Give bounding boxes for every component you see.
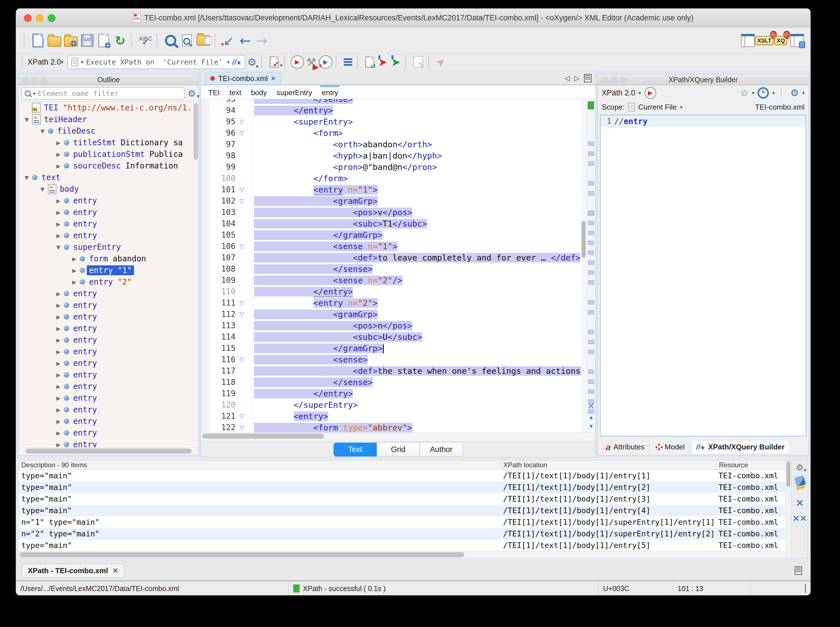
save-button[interactable] — [79, 32, 95, 49]
result-row[interactable]: type="main"/TEI[1]/text[1]/body[1]/entry… — [19, 470, 785, 481]
outline-item-entry[interactable]: ▶entry — [19, 358, 199, 369]
code-line-100[interactable]: 100 </form> — [210, 173, 581, 184]
view-button-grid[interactable]: Grid — [377, 443, 420, 457]
outline-item-entry[interactable]: ▶entry — [19, 416, 199, 427]
code-line-96[interactable]: 96▽ <form> — [210, 128, 581, 139]
outline-item-form[interactable]: ▶formabandon — [19, 253, 199, 265]
xpath-settings-button[interactable]: ⚙▾ — [245, 53, 259, 71]
code-line-115[interactable]: 115 </gramGrp> — [210, 343, 581, 354]
close-tab-icon[interactable]: × — [271, 74, 275, 82]
refactoring-button[interactable]: ⇄ — [363, 53, 376, 71]
find-in-files-button[interactable] — [179, 32, 195, 49]
outline-item-entry[interactable]: ▶entry"2" — [19, 276, 199, 288]
result-row[interactable]: type="main"/TEI[1]/text[1]/body[1]/entry… — [19, 493, 785, 505]
expander-icon[interactable]: ▶ — [53, 372, 64, 378]
results-settings-button[interactable]: ⚙▾ — [794, 461, 806, 473]
outline-item-teiHeader[interactable]: ▼teiHeader — [19, 113, 199, 125]
expander-icon[interactable]: ▼ — [21, 117, 32, 123]
review-edit-button[interactable]: ✎ — [411, 53, 425, 71]
validate-button[interactable]: ✓▾ — [267, 53, 281, 71]
track-changes-button[interactable]: ➤ — [434, 53, 447, 71]
xpath-result-marker[interactable] — [588, 340, 594, 344]
breadcrumb-item-text[interactable]: text — [229, 87, 241, 97]
xpath-expression-line[interactable]: 1 //entry — [600, 115, 806, 127]
find-replace-button[interactable] — [163, 32, 179, 49]
expander-icon[interactable]: ▶ — [53, 430, 64, 436]
code-line-119[interactable]: 119 </entry> — [210, 388, 581, 399]
tab-xpath-xquery-builder[interactable]: //★XPath/XQuery Builder — [691, 440, 789, 454]
code-line-114[interactable]: 114 <subc>U</subc> — [210, 331, 581, 343]
expander-icon[interactable]: ▶ — [53, 291, 64, 297]
format-indent-button[interactable] — [341, 53, 355, 71]
xpath-expression-combo[interactable]: ▾ Execute XPath on 'Current File' ▾ //★ — [68, 55, 245, 69]
code-line-116[interactable]: 116▽ <sense> — [210, 354, 581, 365]
outline-item-entry[interactable]: ▶entry — [19, 230, 199, 241]
xpath-result-marker[interactable] — [588, 300, 594, 304]
editor-horizontal-scrollbar[interactable] — [201, 432, 595, 441]
outline-item-titleStmt[interactable]: ▶titleStmtDictionary sa — [19, 137, 199, 148]
open-file-button[interactable] — [46, 32, 63, 49]
notifications-icon[interactable] — [805, 584, 806, 593]
fold-toggle-icon[interactable]: ▽ — [237, 128, 252, 139]
outline-item-entry[interactable]: ▶entry — [19, 311, 199, 323]
outline-item-entry[interactable]: ▶entry — [19, 346, 199, 358]
outline-item-entry[interactable]: ▶entry — [19, 323, 199, 334]
validation-status-icon[interactable] — [588, 101, 594, 109]
code-line-107[interactable]: 107 <def>to leave completely and for eve… — [210, 252, 581, 263]
element-name-filter-input[interactable]: ▾ Element name filter — [21, 87, 185, 100]
xpath-version-dropdown[interactable]: XPath 2.0 — [27, 58, 61, 66]
outline-item-entry[interactable]: ▶entry — [19, 439, 199, 447]
layout-perspective-button[interactable] — [740, 32, 756, 49]
code-line-101[interactable]: 101▽ <entry n="1"> — [210, 184, 581, 195]
fold-toggle-icon[interactable]: ▽ — [237, 297, 252, 309]
xpath-result-marker[interactable] — [588, 271, 594, 275]
outline-tree[interactable]: TEI"http://www.tei-c.org/ns/1.▼teiHeader… — [19, 102, 199, 447]
result-row[interactable]: type="main"/TEI[1]/text[1]/body[1]/entry… — [19, 481, 785, 493]
tab-model[interactable]: Model — [651, 440, 690, 454]
panel-list-icon[interactable] — [795, 566, 802, 575]
xpath-results-tab[interactable]: XPath - TEI-combo.xml ✕ — [22, 564, 125, 578]
outline-item-entry[interactable]: ▶entry — [19, 288, 199, 299]
reload-button[interactable]: ↻ — [112, 32, 128, 49]
fold-toggle-icon[interactable]: ▽ — [237, 184, 252, 195]
close-window-button[interactable] — [24, 14, 32, 22]
view-button-text[interactable]: Text — [333, 443, 377, 457]
favorites-star-icon[interactable]: ☆ — [740, 87, 748, 99]
code-line-99[interactable]: 99 <pron>@"band@n</pron> — [210, 161, 581, 173]
results-header-xpath[interactable]: XPath location — [501, 460, 716, 469]
marker-strip[interactable]: ✕▲▼ — [586, 99, 595, 432]
xpath-expression-editor[interactable]: 1 //entry — [600, 115, 806, 436]
find-replace-in-files-button[interactable] — [195, 32, 212, 49]
outline-item-TEI[interactable]: TEI"http://www.tei-c.org/ns/1. — [19, 102, 199, 113]
result-row[interactable]: type="main"/TEI[1]/text[1]/body[1]/entry… — [19, 505, 785, 516]
outline-item-fileDesc[interactable]: ▼fileDesc — [19, 125, 199, 137]
code-line-111[interactable]: 111▽ <entry n="2"> — [210, 297, 581, 309]
results-vertical-scrollbar[interactable] — [785, 460, 791, 558]
expander-icon[interactable]: ▶ — [53, 198, 64, 204]
expander-icon[interactable]: ▶ — [53, 302, 64, 309]
xslt-debugger-button[interactable]: XSLT — [756, 32, 772, 49]
fold-toggle-icon[interactable]: ▽ — [237, 195, 252, 207]
code-line-97[interactable]: 97 <orth>abandon</orth> — [210, 139, 581, 150]
fold-toggle-icon[interactable]: ▽ — [237, 422, 252, 432]
debug-scenario-button[interactable]: ▶* — [319, 53, 333, 71]
expander-icon[interactable]: ▶ — [53, 209, 64, 216]
expander-icon[interactable]: ▼ — [37, 186, 48, 192]
previous-editor-icon[interactable]: ◁ — [565, 74, 570, 82]
code-line-108[interactable]: 108 </sense> — [210, 263, 581, 275]
outline-item-entry[interactable]: ▶entry — [19, 206, 199, 218]
history-clock-icon[interactable] — [758, 87, 769, 99]
code-editor[interactable]: 93 </sense>94 </entry>95▽ <superEntry>96… — [210, 99, 581, 432]
view-button-author[interactable]: Author — [420, 443, 463, 457]
expander-icon[interactable]: ▶ — [53, 349, 64, 355]
tab-attributes[interactable]: aAttributes — [600, 440, 649, 454]
result-row[interactable]: n="2" type="main"/TEI[1]/text[1]/body[1]… — [19, 528, 785, 539]
minimize-window-button[interactable] — [36, 14, 44, 22]
expander-icon[interactable]: ▶ — [69, 279, 80, 285]
editor-tab-tei-combo[interactable]: TEI-combo.xml × — [205, 72, 281, 85]
expander-icon[interactable]: ▶ — [53, 441, 64, 448]
close-tab-icon[interactable]: ✕ — [112, 567, 118, 575]
expander-icon[interactable]: ▶ — [53, 406, 64, 413]
outline-item-entry[interactable]: ▶entry — [19, 427, 199, 439]
code-line-106[interactable]: 106▽ <sense n="1"> — [210, 241, 581, 252]
